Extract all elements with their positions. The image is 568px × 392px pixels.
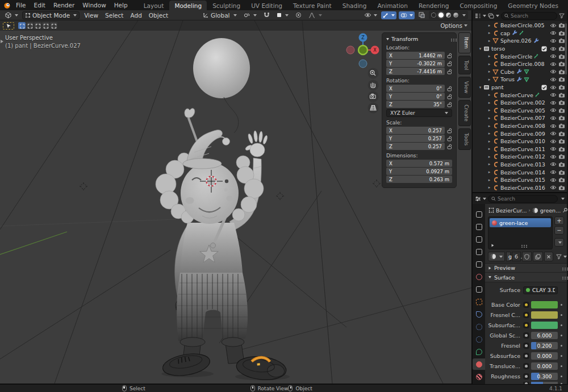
- expand-arrow[interactable]: ▸: [486, 131, 492, 136]
- disable-render-camera-icon[interactable]: [558, 85, 565, 90]
- outliner-row[interactable]: ▸ BezierCurve.009: [473, 130, 567, 137]
- expand-arrow[interactable]: ▸: [486, 39, 492, 43]
- select-mode-extend[interactable]: [26, 22, 34, 29]
- expand-arrow[interactable]: ▸: [486, 108, 492, 112]
- snap-toggle[interactable]: [261, 11, 273, 19]
- workspace-tab[interactable]: Shading: [337, 1, 372, 10]
- outliner-row[interactable]: ▾ torso: [473, 45, 567, 53]
- expand-arrow[interactable]: ▸: [486, 54, 492, 59]
- disable-render-camera-icon[interactable]: [558, 54, 565, 59]
- hide-viewport-eye-icon[interactable]: [550, 101, 557, 105]
- surface-shader-dropdown[interactable]: CLAY 3.DOH...: [523, 286, 558, 294]
- lock-icon[interactable]: [447, 86, 452, 91]
- expand-arrow[interactable]: ▾: [477, 47, 483, 51]
- viewport-menu[interactable]: Object: [145, 12, 172, 19]
- disable-render-camera-icon[interactable]: [558, 38, 565, 43]
- dimension-field[interactable]: Z0.263 m: [386, 176, 452, 183]
- outliner-row[interactable]: ▸ BezierCurve.016: [473, 184, 567, 191]
- proportional-editing-toggle[interactable]: [293, 11, 304, 19]
- value-slider[interactable]: 0.000: [531, 362, 558, 370]
- workspace-tab[interactable]: Modeling: [169, 1, 207, 10]
- animate-decorator[interactable]: [558, 324, 565, 326]
- scale-field[interactable]: Y0.257: [386, 135, 445, 142]
- color-swatch[interactable]: [531, 311, 558, 319]
- object[interactable]: [473, 296, 485, 307]
- expand-arrow[interactable]: ▸: [486, 23, 492, 28]
- modifiers[interactable]: [473, 308, 485, 320]
- location-field[interactable]: Z-7.4416 m: [386, 68, 445, 75]
- pivot-dropdown[interactable]: [241, 11, 260, 19]
- topbar-menu[interactable]: Edit: [30, 0, 49, 10]
- properties-options-caret[interactable]: [561, 198, 565, 200]
- animate-decorator[interactable]: [558, 314, 565, 316]
- hide-viewport-eye-icon[interactable]: [550, 39, 557, 43]
- outliner-row[interactable]: ▸ BezierCircle.008: [473, 60, 567, 68]
- remove-material-slot-button[interactable]: −: [554, 226, 564, 235]
- collection-checkbox[interactable]: [541, 46, 547, 52]
- disable-render-camera-icon[interactable]: [558, 185, 565, 190]
- options-button[interactable]: Options: [440, 23, 469, 29]
- outliner-row[interactable]: ▸ BezierCurve.007: [473, 114, 567, 122]
- xray-toggle[interactable]: [417, 11, 427, 19]
- outliner-row[interactable]: ▸ Cube: [473, 68, 567, 76]
- blender-logo-icon[interactable]: [3, 2, 11, 9]
- collection-checkbox[interactable]: [541, 85, 547, 90]
- rotation-field[interactable]: Z35°: [386, 101, 445, 108]
- add-material-slot-button[interactable]: +: [554, 216, 564, 225]
- sidebar-tab[interactable]: Item: [458, 32, 471, 53]
- disable-render-camera-icon[interactable]: [558, 108, 565, 113]
- select-mode-subtract[interactable]: [34, 22, 41, 29]
- expand-arrow[interactable]: ▸: [486, 185, 492, 190]
- browse-material-button[interactable]: [488, 252, 505, 261]
- expand-arrow[interactable]: ▸: [486, 162, 492, 166]
- outliner-row[interactable]: ▸ cap: [473, 30, 567, 37]
- hide-viewport-eye-icon[interactable]: [550, 85, 557, 90]
- copy-material-icon[interactable]: [533, 252, 543, 261]
- navigation-gizmo[interactable]: Z X: [346, 34, 379, 68]
- outliner-editor-icon[interactable]: [475, 13, 486, 19]
- scale-field[interactable]: X0.257: [386, 127, 445, 134]
- outliner-search[interactable]: [501, 12, 557, 20]
- hide-viewport-eye-icon[interactable]: [550, 62, 557, 66]
- scene[interactable]: [473, 258, 485, 270]
- disable-render-camera-icon[interactable]: [558, 69, 565, 74]
- animate-decorator[interactable]: [558, 345, 565, 347]
- animate-decorator[interactable]: [558, 376, 565, 377]
- workspace-tab[interactable]: Layout: [139, 1, 169, 10]
- disable-render-camera-icon[interactable]: [558, 23, 565, 28]
- toolbar-expand-arrow[interactable]: [1, 35, 3, 45]
- outliner-row[interactable]: ▸ BezierCurve.002: [473, 99, 567, 107]
- scale-field[interactable]: Z0.257: [386, 143, 445, 150]
- lock-icon[interactable]: [447, 53, 452, 59]
- physics[interactable]: [473, 333, 485, 345]
- value-slider[interactable]: 6.000: [531, 332, 558, 339]
- breadcrumb-material[interactable]: green...: [540, 207, 561, 214]
- balloon-object[interactable]: [193, 38, 250, 133]
- overlays-toggle[interactable]: [399, 11, 415, 19]
- value-slider[interactable]: 0.300: [531, 373, 558, 380]
- rotation-mode-dropdown[interactable]: XYZ Euler: [386, 109, 452, 117]
- sidebar-tab[interactable]: Tools: [458, 128, 471, 150]
- expand-arrow[interactable]: ▸: [486, 124, 492, 128]
- data[interactable]: [473, 346, 485, 357]
- outliner-row[interactable]: ▸ BezierCurve.014: [473, 168, 567, 176]
- properties-editor-icon[interactable]: [475, 196, 486, 202]
- workspace-tab[interactable]: UV Editing: [246, 1, 287, 10]
- expand-arrow[interactable]: ▸: [486, 116, 492, 120]
- slot-list-expand-icon[interactable]: [492, 244, 494, 247]
- disable-render-camera-icon[interactable]: [558, 61, 565, 66]
- outliner-row[interactable]: ▸ BezierCurve.013: [473, 161, 567, 169]
- rotation-field[interactable]: X0°: [386, 85, 445, 92]
- color-swatch[interactable]: [531, 301, 558, 308]
- expand-arrow[interactable]: ▸: [486, 147, 492, 151]
- hide-viewport-eye-icon[interactable]: [550, 54, 557, 59]
- pin-icon[interactable]: [562, 207, 568, 213]
- sidebar-tab[interactable]: Tool: [458, 56, 471, 74]
- hide-viewport-eye-icon[interactable]: [550, 47, 557, 51]
- dimension-field[interactable]: X0.572 m: [386, 160, 452, 167]
- particles[interactable]: [473, 321, 485, 332]
- active-tool-button[interactable]: [3, 22, 14, 30]
- hide-viewport-eye-icon[interactable]: [550, 93, 557, 97]
- outliner-row[interactable]: ▸ BezierCircle.005: [473, 22, 567, 30]
- animate-decorator[interactable]: [558, 335, 565, 336]
